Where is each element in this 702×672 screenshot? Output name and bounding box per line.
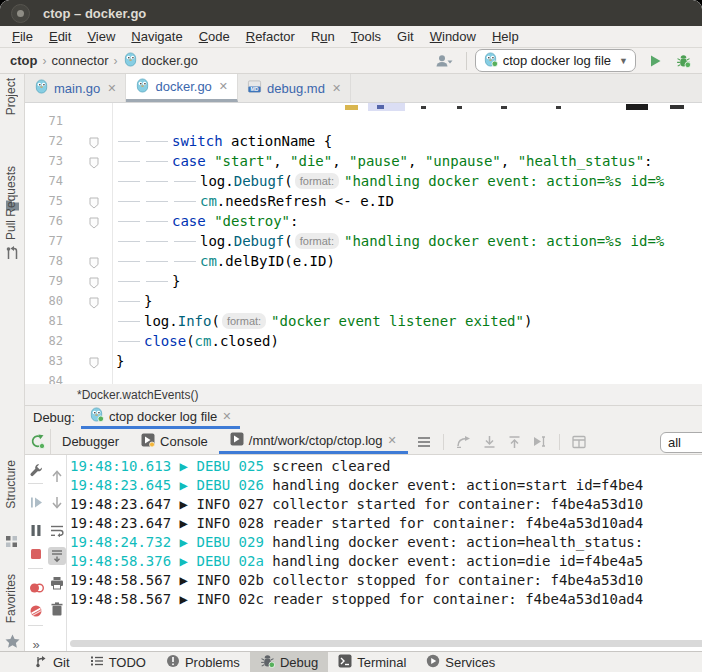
stripe-button-pull-requests[interactable]: Pull Requests bbox=[4, 166, 18, 240]
print-icon[interactable] bbox=[48, 574, 66, 592]
scroll-up-icon[interactable] bbox=[503, 433, 526, 451]
view-breakpoints-icon[interactable] bbox=[27, 579, 45, 597]
debug-tab-console[interactable]: Console bbox=[130, 429, 219, 454]
editor-tab-main-go[interactable]: main.go✕ bbox=[25, 74, 126, 102]
stop-icon[interactable] bbox=[27, 545, 45, 563]
fold-gutter[interactable] bbox=[63, 151, 112, 171]
fold-gutter[interactable] bbox=[63, 211, 112, 231]
scroll-to-end-icon[interactable] bbox=[48, 547, 66, 565]
fold-gutter[interactable] bbox=[63, 231, 112, 251]
toolwindow-button-problems[interactable]: Problems bbox=[156, 652, 250, 672]
menu-item-run[interactable]: Run bbox=[303, 29, 343, 44]
editor-tab-docker-go[interactable]: docker.go✕ bbox=[126, 74, 238, 102]
fold-gutter[interactable] bbox=[63, 171, 112, 191]
menu-item-refactor[interactable]: Refactor bbox=[238, 29, 303, 44]
run-configuration-select[interactable]: ctop docker log file ▼ bbox=[475, 49, 636, 72]
log-output[interactable]: 19:48:10.613 ▶ DEBU 025 screen cleared19… bbox=[70, 457, 702, 651]
close-icon[interactable]: ✕ bbox=[219, 80, 228, 93]
show-all-icon[interactable] bbox=[451, 433, 476, 450]
code-line[interactable]: 78cm.delByID(e.ID) bbox=[25, 251, 702, 271]
code-line[interactable]: 82close(cm.closed) bbox=[25, 331, 702, 351]
debug-tab--mnt-work-ctop-ctop-log[interactable]: /mnt/work/ctop/ctop.log✕ bbox=[219, 429, 408, 454]
stripe-button-favorites[interactable]: Favorites bbox=[4, 574, 18, 623]
fold-gutter[interactable] bbox=[63, 331, 112, 351]
menu-lines-icon[interactable] bbox=[412, 434, 436, 450]
close-icon[interactable]: ✕ bbox=[107, 82, 116, 95]
editor-breadcrumb-bar[interactable]: *Docker.watchEvents() bbox=[25, 384, 702, 406]
code-line[interactable]: 72switch actionName { bbox=[25, 131, 702, 151]
fold-gutter[interactable] bbox=[63, 311, 112, 331]
line-number[interactable]: 83 bbox=[25, 354, 63, 368]
log-filter-select[interactable]: all bbox=[660, 432, 702, 453]
fold-gutter[interactable] bbox=[63, 351, 112, 371]
clear-icon[interactable] bbox=[48, 600, 66, 618]
debug-session-tab[interactable]: ctop docker log file ✕ bbox=[81, 406, 240, 429]
resume-icon[interactable] bbox=[27, 493, 45, 511]
window-menu-button[interactable] bbox=[11, 4, 30, 23]
fold-gutter[interactable] bbox=[63, 191, 112, 211]
stripe-button-project[interactable]: Project bbox=[4, 78, 18, 115]
menu-item-edit[interactable]: Edit bbox=[41, 29, 79, 44]
toolwindow-button-git[interactable]: Git bbox=[24, 652, 80, 672]
close-icon[interactable]: ✕ bbox=[332, 82, 341, 95]
breadcrumb-item[interactable]: ctop bbox=[10, 53, 37, 68]
code-line[interactable]: 80} bbox=[25, 291, 702, 311]
line-number[interactable]: 79 bbox=[25, 274, 63, 288]
pause-icon[interactable] bbox=[27, 521, 45, 539]
line-number[interactable]: 81 bbox=[25, 314, 63, 328]
line-number[interactable]: 73 bbox=[25, 154, 63, 168]
line-number[interactable]: 77 bbox=[25, 234, 63, 248]
fold-gutter[interactable] bbox=[63, 291, 112, 311]
fold-gutter[interactable] bbox=[63, 251, 112, 271]
code-line[interactable]: 83} bbox=[25, 351, 702, 371]
code-line[interactable]: 74log.Debugf(format:"handling docker eve… bbox=[25, 171, 702, 191]
toolwindow-button-todo[interactable]: TODO bbox=[80, 652, 156, 672]
settings-icon[interactable] bbox=[27, 461, 45, 479]
menu-item-navigate[interactable]: Navigate bbox=[123, 29, 190, 44]
line-number[interactable]: 75 bbox=[25, 194, 63, 208]
breadcrumb-item[interactable]: docker.go bbox=[123, 52, 198, 70]
line-number[interactable]: 82 bbox=[25, 334, 63, 348]
code-editor[interactable]: 7172switch actionName {73case "start", "… bbox=[25, 103, 702, 384]
toolwindow-button-terminal[interactable]: Terminal bbox=[328, 652, 416, 672]
soft-wrap-icon[interactable] bbox=[48, 521, 66, 539]
code-line[interactable]: 76case "destroy": bbox=[25, 211, 702, 231]
line-number[interactable]: 71 bbox=[25, 114, 63, 128]
menu-item-tools[interactable]: Tools bbox=[343, 29, 389, 44]
menu-item-file[interactable]: File bbox=[4, 29, 41, 44]
editor-tab-debug-md[interactable]: MDdebug.md✕ bbox=[238, 74, 351, 102]
line-number[interactable]: 74 bbox=[25, 174, 63, 188]
toolwindow-button-debug[interactable]: Debug bbox=[250, 652, 328, 672]
restore-layout-icon[interactable] bbox=[567, 433, 591, 451]
debug-tab-debugger[interactable]: Debugger bbox=[51, 429, 130, 454]
debug-bug-button[interactable] bbox=[671, 51, 696, 70]
code-line[interactable]: 84 bbox=[25, 371, 702, 384]
menu-item-view[interactable]: View bbox=[79, 29, 123, 44]
scroll-down-icon[interactable] bbox=[478, 433, 501, 451]
code-line[interactable]: 71 bbox=[25, 111, 702, 131]
menu-item-git[interactable]: Git bbox=[389, 29, 422, 44]
fold-gutter[interactable] bbox=[63, 271, 112, 291]
run-to-cursor-icon[interactable] bbox=[528, 433, 552, 450]
toolwindow-button-services[interactable]: Services bbox=[416, 652, 505, 672]
code-line[interactable]: 79} bbox=[25, 271, 702, 291]
breadcrumb-item[interactable]: connector bbox=[51, 53, 108, 68]
menu-item-window[interactable]: Window bbox=[422, 29, 484, 44]
menu-item-code[interactable]: Code bbox=[191, 29, 238, 44]
up-icon[interactable] bbox=[48, 467, 66, 485]
code-line[interactable]: 81log.Info(format:"docker event listener… bbox=[25, 311, 702, 331]
mute-breakpoints-icon[interactable] bbox=[27, 602, 45, 620]
run-play-button[interactable] bbox=[644, 52, 667, 70]
stripe-button-structure[interactable]: Structure bbox=[4, 460, 18, 509]
code-line[interactable]: 73case "start", "die", "pause", "unpause… bbox=[25, 151, 702, 171]
menu-item-help[interactable]: Help bbox=[484, 29, 527, 44]
code-line[interactable]: 75cm.needsRefresh <- e.ID bbox=[25, 191, 702, 211]
structure-icon[interactable] bbox=[5, 534, 18, 552]
line-number[interactable]: 78 bbox=[25, 254, 63, 268]
close-icon[interactable]: ✕ bbox=[387, 434, 396, 447]
down-icon[interactable] bbox=[48, 493, 66, 511]
pull-requests-icon[interactable] bbox=[5, 246, 19, 265]
star-icon[interactable] bbox=[5, 634, 20, 652]
code-line[interactable]: 77log.Debugf(format:"handling docker eve… bbox=[25, 231, 702, 251]
fold-gutter[interactable] bbox=[63, 111, 112, 131]
